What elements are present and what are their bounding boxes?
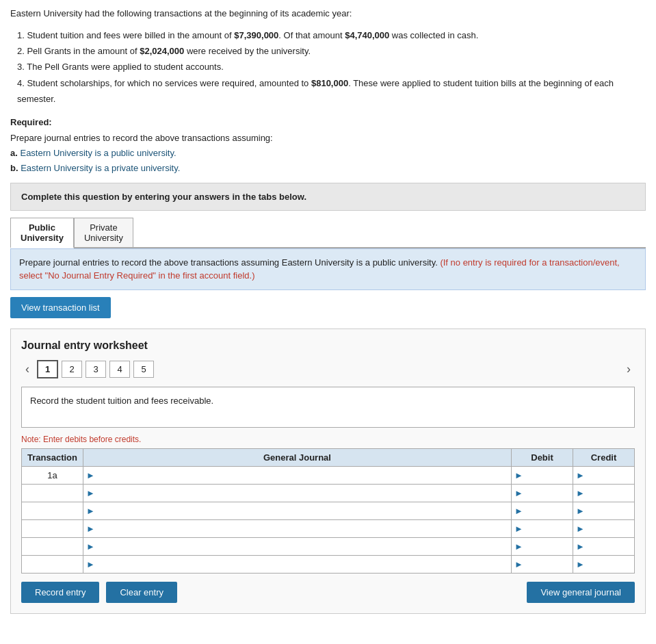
clear-entry-button[interactable]: Clear entry <box>106 582 177 603</box>
row2-general-journal-cell: ► <box>83 484 511 502</box>
page-4[interactable]: 4 <box>109 361 130 378</box>
row6-debit-input[interactable] <box>526 558 573 571</box>
transaction-3: 3. The Pell Grants were applied to stude… <box>17 59 646 75</box>
row1-general-journal-cell: ► <box>83 466 511 484</box>
row3-debit-cell: ► <box>512 502 573 519</box>
row4-debit-cell: ► <box>512 519 573 537</box>
row1-credit-input[interactable] <box>588 469 634 482</box>
row3-general-journal-input[interactable] <box>98 504 511 517</box>
row1-debit-cell: ► <box>512 466 573 484</box>
record-entry-button[interactable]: Record entry <box>21 582 99 603</box>
transactions-list: 1. Student tuition and fees were billed … <box>17 27 646 107</box>
transaction-1: 1. Student tuition and fees were billed … <box>17 27 646 43</box>
table-row: ► ► ► <box>22 484 635 502</box>
row5-transaction-id <box>22 537 83 555</box>
row1-debit-input[interactable] <box>526 469 573 482</box>
row2-transaction-id <box>22 484 83 502</box>
prev-page-arrow[interactable]: ‹ <box>21 361 34 378</box>
row6-debit-cell: ► <box>512 555 573 573</box>
page-1[interactable]: 1 <box>37 360 58 378</box>
row4-debit-input[interactable] <box>526 522 573 535</box>
tabs-container: Public University Private University Pre… <box>10 218 646 614</box>
table-row: ► ► ► <box>22 502 635 519</box>
required-part-a: a. Eastern University is a public univer… <box>10 146 646 161</box>
row4-general-journal-input[interactable] <box>98 522 511 535</box>
row2-credit-cell: ► <box>573 484 635 502</box>
row1-general-journal-input[interactable] <box>98 469 511 482</box>
row2-general-journal-input[interactable] <box>98 487 511 500</box>
required-instruction: Prepare journal entries to record the ab… <box>10 131 646 146</box>
tab-private-university[interactable]: Private University <box>74 218 133 247</box>
header-debit: Debit <box>512 448 573 466</box>
worksheet-title: Journal entry worksheet <box>21 339 635 352</box>
worksheet-container: Journal entry worksheet ‹ 1 2 3 4 5 › Re… <box>10 329 646 614</box>
row2-credit-input[interactable] <box>588 487 634 500</box>
row4-credit-input[interactable] <box>588 522 634 535</box>
row3-credit-input[interactable] <box>588 504 634 517</box>
view-general-journal-button[interactable]: View general journal <box>527 582 635 603</box>
row3-transaction-id <box>22 502 83 519</box>
row6-general-journal-input[interactable] <box>98 558 511 571</box>
row1-credit-cell: ► <box>573 466 635 484</box>
row4-credit-cell: ► <box>573 519 635 537</box>
instruction-main: Prepare journal entries to record the ab… <box>19 257 438 268</box>
row6-credit-cell: ► <box>573 555 635 573</box>
table-row: ► ► ► <box>22 555 635 573</box>
row4-transaction-id <box>22 519 83 537</box>
header-general-journal: General Journal <box>83 448 511 466</box>
transaction-2: 2. Pell Grants in the amount of $2,024,0… <box>17 43 646 59</box>
row6-general-journal-cell: ► <box>83 555 511 573</box>
complete-instruction-text: Complete this question by entering your … <box>21 192 306 202</box>
row5-general-journal-input[interactable] <box>98 540 511 553</box>
debit-credit-note: Note: Enter debits before credits. <box>21 435 635 444</box>
complete-instruction-box: Complete this question by entering your … <box>10 183 646 211</box>
row6-transaction-id <box>22 555 83 573</box>
record-description-box: Record the student tuition and fees rece… <box>21 387 635 428</box>
row5-debit-input[interactable] <box>526 540 573 553</box>
transaction-4: 4. Student scholarships, for which no se… <box>17 75 646 107</box>
required-label: Required: <box>10 117 52 127</box>
row2-debit-input[interactable] <box>526 487 573 500</box>
row1-transaction-id: 1a <box>22 466 83 484</box>
table-row: 1a ► ► ► <box>22 466 635 484</box>
row3-debit-input[interactable] <box>526 504 573 517</box>
row5-credit-input[interactable] <box>588 540 634 553</box>
row4-general-journal-cell: ► <box>83 519 511 537</box>
page-5[interactable]: 5 <box>133 361 154 378</box>
record-description-text: Record the student tuition and fees rece… <box>30 396 213 406</box>
row5-debit-cell: ► <box>512 537 573 555</box>
tab-public-university[interactable]: Public University <box>10 218 74 248</box>
journal-table: Transaction General Journal Debit Credit… <box>21 448 635 574</box>
required-section: Required: Prepare journal entries to rec… <box>10 115 646 175</box>
row5-credit-cell: ► <box>573 537 635 555</box>
row5-general-journal-cell: ► <box>83 537 511 555</box>
required-part-b: b. Eastern University is a private unive… <box>10 161 646 176</box>
header-credit: Credit <box>573 448 635 466</box>
intro-opening: Eastern University had the following tra… <box>10 7 646 21</box>
view-transaction-list-button[interactable]: View transaction list <box>10 297 111 318</box>
instruction-box: Prepare journal entries to record the ab… <box>10 248 646 290</box>
page-2[interactable]: 2 <box>62 361 82 378</box>
bottom-buttons: Record entry Clear entry View general jo… <box>21 582 635 603</box>
intro-paragraph: Eastern University had the following tra… <box>10 7 646 21</box>
next-page-arrow[interactable]: › <box>622 361 635 378</box>
pagination: ‹ 1 2 3 4 5 › <box>21 360 635 378</box>
table-row: ► ► ► <box>22 519 635 537</box>
row3-credit-cell: ► <box>573 502 635 519</box>
page-3[interactable]: 3 <box>86 361 106 378</box>
table-row: ► ► ► <box>22 537 635 555</box>
header-transaction: Transaction <box>22 448 83 466</box>
row6-credit-input[interactable] <box>588 558 634 571</box>
row2-debit-cell: ► <box>512 484 573 502</box>
row3-general-journal-cell: ► <box>83 502 511 519</box>
tab-list: Public University Private University <box>10 218 646 248</box>
